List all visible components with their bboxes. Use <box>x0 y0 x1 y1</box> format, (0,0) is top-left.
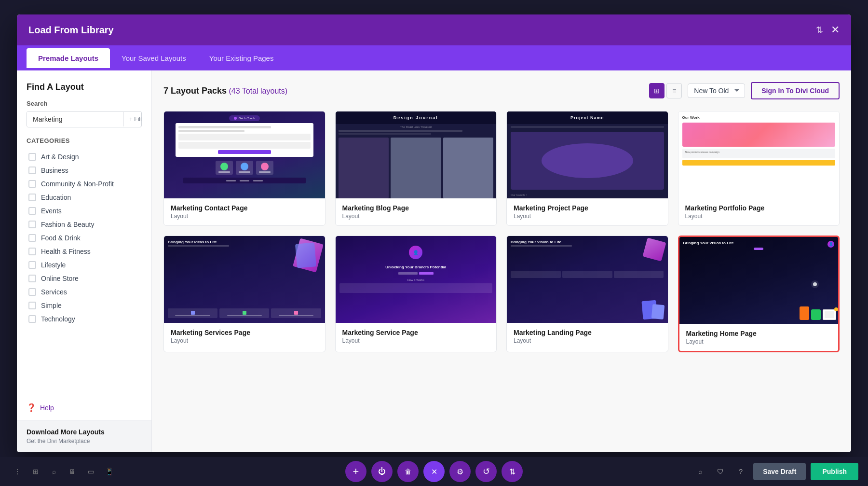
sign-in-cloud-button[interactable]: Sign In To Divi Cloud <box>751 82 840 99</box>
card-footer-portfolio: Marketing Portfolio Page Layout <box>678 198 840 225</box>
download-layouts-title: Download More Layouts <box>27 428 142 436</box>
layout-card-marketing-home[interactable]: Bringing Your Vision to Life 👤 <box>678 236 840 352</box>
sidebar-item-online-store[interactable]: Online Store <box>27 272 142 285</box>
search-bar: + Filter <box>27 111 142 127</box>
layout-preview-home: Bringing Your Vision to Life 👤 <box>679 237 839 324</box>
toolbar-more-icon[interactable]: ⋮ <box>10 464 25 479</box>
card-footer-project: Marketing Project Page Layout <box>507 198 668 225</box>
modal-body: Find A Layout Search + Filter Categories… <box>17 70 851 452</box>
toolbar-left: ⋮ ⊞ ⌕ 🖥 ▭ 📱 <box>10 464 117 479</box>
category-checkbox-health-fitness[interactable] <box>28 248 36 255</box>
sidebar-item-food-drink[interactable]: Food & Drink <box>27 231 142 245</box>
layout-preview-contact: Get In Touch <box>164 111 325 198</box>
packs-count: 7 Layout Packs <box>163 86 227 96</box>
category-checkbox-services[interactable] <box>28 288 36 296</box>
layout-preview-blog: Design Journal The Road Less Traveled <box>336 111 497 198</box>
card-footer-service: Marketing Service Page Layout <box>336 323 497 350</box>
search-input[interactable] <box>27 111 123 127</box>
help-circle-icon: ❓ <box>27 403 36 412</box>
toolbar-desktop-icon[interactable]: 🖥 <box>65 464 80 479</box>
trash-button[interactable]: 🗑 <box>397 461 419 482</box>
list-view-button[interactable]: ≡ <box>666 83 682 98</box>
shield-icon[interactable]: 🛡 <box>713 464 728 479</box>
publish-button[interactable]: Publish <box>811 463 858 480</box>
layout-preview-landing: Bringing Your Vision to Life <box>507 236 668 323</box>
layout-card-marketing-contact[interactable]: Get In Touch <box>163 111 326 226</box>
toolbar-right: ⌕ 🛡 ? Save Draft Publish <box>692 463 858 480</box>
sidebar-item-art-design[interactable]: Art & Design <box>27 150 142 164</box>
settings-button[interactable]: ⚙ <box>449 461 471 482</box>
sidebar-item-simple[interactable]: Simple <box>27 299 142 312</box>
content-header-right: ⊞ ≡ New To Old Old To New A to Z Z to A … <box>649 82 840 99</box>
layout-preview-portfolio: Our Work New products release campaign <box>678 111 840 198</box>
category-checkbox-education[interactable] <box>28 194 36 201</box>
category-checkbox-art-design[interactable] <box>28 153 36 161</box>
modal-header-actions: ⇅ ✕ <box>816 24 840 36</box>
layout-preview-project: Project Name Our launch ↑ <box>507 111 668 198</box>
tab-existing-pages[interactable]: Your Existing Pages <box>198 48 285 68</box>
category-checkbox-events[interactable] <box>28 207 36 215</box>
download-layouts-section: Download More Layouts Get the Divi Marke… <box>17 420 151 452</box>
save-draft-button[interactable]: Save Draft <box>753 463 806 480</box>
load-from-library-modal: Load From Library ⇅ ✕ Premade Layouts Yo… <box>17 14 851 452</box>
arrows-button[interactable]: ⇅ <box>502 461 523 482</box>
toolbar-mobile-icon[interactable]: 📱 <box>101 464 117 479</box>
layout-card-marketing-landing[interactable]: Bringing Your Vision to Life <box>506 236 668 352</box>
sidebar-item-lifestyle[interactable]: Lifestyle <box>27 258 142 272</box>
sidebar-item-events[interactable]: Events <box>27 204 142 218</box>
add-button[interactable]: + <box>345 461 366 482</box>
modal-settings-icon[interactable]: ⇅ <box>816 25 823 35</box>
grid-view-button[interactable]: ⊞ <box>649 83 665 98</box>
toolbar-tablet-icon[interactable]: ▭ <box>83 464 98 479</box>
help-label[interactable]: Help <box>40 404 54 412</box>
layout-card-marketing-service[interactable]: 👤 Unlocking Your Brand's Potential How I… <box>335 236 497 352</box>
tab-premade-layouts[interactable]: Premade Layouts <box>27 48 110 68</box>
category-checkbox-simple[interactable] <box>28 302 36 309</box>
sidebar: Find A Layout Search + Filter Categories… <box>17 70 152 452</box>
search-icon-right[interactable]: ⌕ <box>692 464 708 479</box>
layout-card-marketing-blog[interactable]: Design Journal The Road Less Traveled <box>335 111 497 226</box>
layout-card-marketing-project[interactable]: Project Name Our launch ↑ Marketing Proj… <box>506 111 668 226</box>
sidebar-item-fashion-beauty[interactable]: Fashion & Beauty <box>27 218 142 231</box>
power-button[interactable]: ⏻ <box>371 461 393 482</box>
categories-list: Art & Design Business Community & Non-Pr… <box>27 150 142 326</box>
category-checkbox-lifestyle[interactable] <box>28 261 36 269</box>
layout-card-marketing-portfolio[interactable]: Our Work New products release campaign M… <box>678 111 840 226</box>
sidebar-item-services[interactable]: Services <box>27 285 142 299</box>
card-footer-blog: Marketing Blog Page Layout <box>336 198 497 225</box>
sidebar-item-technology[interactable]: Technology <box>27 312 142 326</box>
sort-select[interactable]: New To Old Old To New A to Z Z to A <box>688 83 745 98</box>
modal-header: Load From Library ⇅ ✕ <box>17 14 851 45</box>
filter-button[interactable]: + Filter <box>123 112 142 126</box>
category-checkbox-fashion-beauty[interactable] <box>28 221 36 228</box>
view-toggle: ⊞ ≡ <box>649 83 682 98</box>
layout-card-marketing-services[interactable]: Bringing Your Ideas to Life <box>163 236 326 352</box>
modal-title: Load From Library <box>28 25 114 36</box>
close-builder-button[interactable]: ✕ <box>423 461 445 482</box>
modal-close-icon[interactable]: ✕ <box>831 24 840 36</box>
layout-preview-service: 👤 Unlocking Your Brand's Potential How I… <box>336 236 497 323</box>
sidebar-item-education[interactable]: Education <box>27 191 142 204</box>
help-icon-right[interactable]: ? <box>733 464 748 479</box>
category-checkbox-community[interactable] <box>28 180 36 188</box>
layout-grid: Get In Touch <box>163 111 840 352</box>
card-footer-services: Marketing Services Page Layout <box>164 323 325 350</box>
layout-preview-services: Bringing Your Ideas to Life <box>164 236 325 323</box>
categories-title: Categories <box>27 137 142 144</box>
toolbar-search-icon[interactable]: ⌕ <box>46 464 62 479</box>
category-checkbox-food-drink[interactable] <box>28 234 36 242</box>
sidebar-item-business[interactable]: Business <box>27 164 142 177</box>
content-header: 7 Layout Packs (43 Total layouts) ⊞ ≡ Ne… <box>163 82 840 99</box>
help-section: ❓ Help <box>17 395 151 420</box>
total-layouts: (43 Total layouts) <box>229 87 288 95</box>
card-footer-landing: Marketing Landing Page Layout <box>507 323 668 350</box>
sidebar-item-health-fitness[interactable]: Health & Fitness <box>27 245 142 258</box>
history-button[interactable]: ↺ <box>475 461 497 482</box>
sidebar-item-community[interactable]: Community & Non-Profit <box>27 177 142 191</box>
tab-saved-layouts[interactable]: Your Saved Layouts <box>110 48 198 68</box>
category-checkbox-business[interactable] <box>28 167 36 174</box>
category-checkbox-technology[interactable] <box>28 315 36 323</box>
download-layouts-subtitle: Get the Divi Marketplace <box>27 438 142 444</box>
category-checkbox-online-store[interactable] <box>28 275 36 282</box>
toolbar-grid-icon[interactable]: ⊞ <box>28 464 43 479</box>
